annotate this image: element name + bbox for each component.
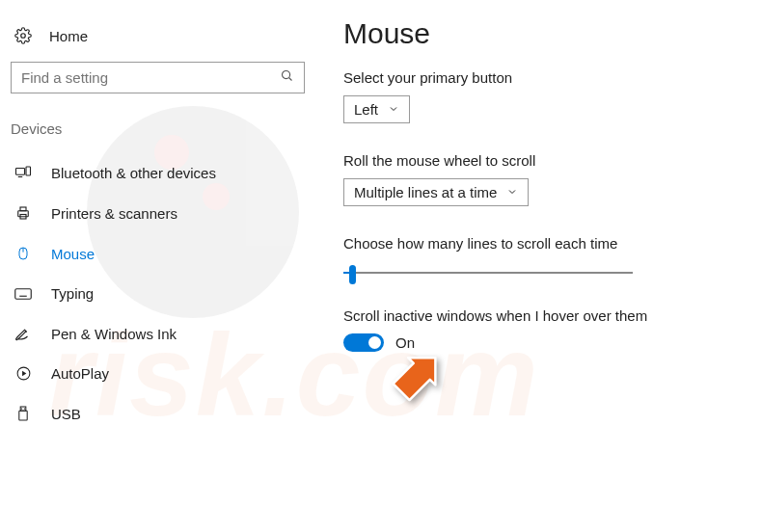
svg-rect-4 (26, 167, 31, 175)
nav-label: Bluetooth & other devices (51, 165, 216, 181)
gear-icon (14, 27, 32, 44)
nav-label: AutoPlay (51, 365, 109, 382)
svg-rect-19 (20, 407, 26, 411)
nav-label: Pen & Windows Ink (51, 326, 177, 342)
slider-track (343, 272, 633, 274)
nav-label: Printers & scanners (51, 205, 177, 222)
search-input[interactable] (11, 62, 305, 93)
chevron-down-icon (388, 101, 399, 118)
devices-icon (14, 164, 32, 181)
pen-icon (14, 325, 32, 342)
svg-marker-18 (22, 371, 26, 377)
nav-label: USB (51, 406, 81, 422)
section-header: Devices (11, 120, 305, 152)
chevron-down-icon (506, 184, 518, 200)
svg-rect-20 (19, 411, 27, 420)
sidebar-item-printers[interactable]: Printers & scanners (11, 193, 305, 233)
printer-icon (14, 204, 32, 222)
primary-button-dropdown[interactable]: Left (343, 95, 410, 123)
sidebar-item-pen[interactable]: Pen & Windows Ink (11, 313, 305, 354)
svg-point-1 (283, 71, 290, 79)
wheel-scroll-dropdown[interactable]: Multiple lines at a time (343, 178, 529, 206)
main-content: Mouse Select your primary button Left Ro… (314, 0, 762, 434)
search-field[interactable] (21, 69, 280, 86)
dropdown-value: Left (354, 101, 378, 118)
lines-label: Choose how many lines to scroll each tim… (343, 235, 733, 252)
annotation-arrow (384, 343, 451, 414)
wheel-scroll-label: Roll the mouse wheel to scroll (343, 152, 733, 169)
inactive-label: Scroll inactive windows when I hover ove… (343, 307, 733, 324)
sidebar-item-mouse[interactable]: Mouse (11, 233, 305, 274)
slider-thumb[interactable] (349, 265, 356, 284)
nav-label: Typing (51, 285, 94, 302)
svg-rect-11 (15, 288, 32, 299)
sidebar-item-autoplay[interactable]: AutoPlay (11, 354, 305, 393)
sidebar-item-usb[interactable]: USB (11, 393, 305, 434)
nav-label: Mouse (51, 246, 95, 262)
dropdown-value: Multiple lines at a time (354, 184, 497, 200)
primary-button-label: Select your primary button (343, 69, 733, 86)
svg-rect-3 (16, 169, 25, 175)
lines-slider[interactable] (343, 261, 633, 286)
svg-point-0 (21, 34, 26, 39)
toggle-knob (368, 336, 381, 349)
home-nav[interactable]: Home (11, 23, 305, 62)
home-label: Home (49, 28, 88, 44)
usb-icon (14, 405, 32, 422)
sidebar-item-typing[interactable]: Typing (11, 274, 305, 313)
search-icon (280, 68, 294, 87)
svg-rect-7 (20, 207, 26, 211)
sidebar: Home Devices Bluetooth & other devices P… (0, 0, 314, 434)
svg-line-2 (289, 78, 292, 81)
svg-rect-6 (18, 211, 29, 217)
inactive-toggle[interactable] (343, 333, 384, 352)
mouse-icon (14, 245, 32, 262)
page-title: Mouse (343, 17, 733, 50)
keyboard-icon (14, 287, 32, 301)
sidebar-item-bluetooth[interactable]: Bluetooth & other devices (11, 152, 305, 193)
autoplay-icon (14, 365, 32, 382)
